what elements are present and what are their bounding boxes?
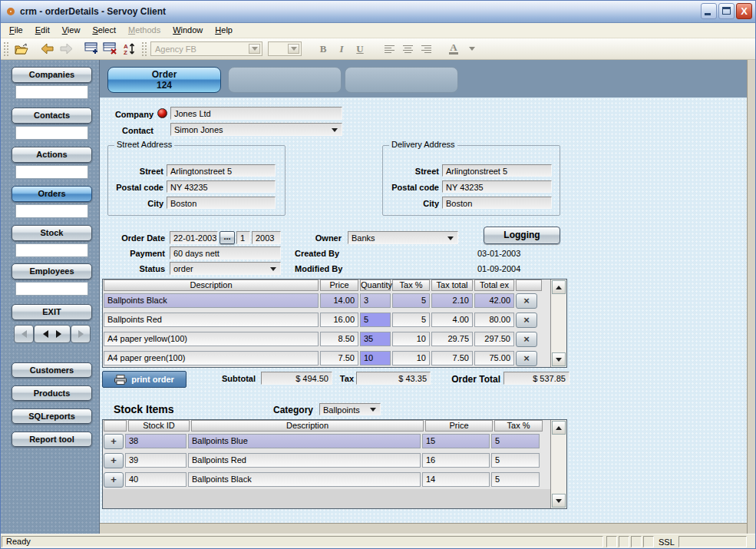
- add-stock-item-button[interactable]: +: [104, 453, 124, 468]
- sidebar-item-employees[interactable]: Employees: [12, 263, 92, 279]
- stock-description: Ballpoints Black: [188, 472, 421, 487]
- stock-row[interactable]: + 39 Ballpoints Red 16 5: [103, 451, 566, 470]
- sqlreports-button[interactable]: SQLreports: [12, 408, 92, 424]
- tab-blank-1[interactable]: [228, 67, 342, 93]
- col-total-ex[interactable]: Total ex: [474, 279, 514, 291]
- status-select[interactable]: order: [170, 262, 281, 275]
- city-label: City: [108, 199, 163, 208]
- week-field[interactable]: 1: [236, 231, 250, 244]
- maximize-button[interactable]: [718, 3, 735, 19]
- open-icon[interactable]: [12, 41, 31, 58]
- close-button[interactable]: X: [736, 3, 752, 19]
- item-description[interactable]: Ballpoints Red: [104, 313, 319, 327]
- customers-button[interactable]: Customers: [12, 362, 92, 378]
- contact-select[interactable]: Simon Jones: [170, 123, 342, 136]
- delivery-city-field[interactable]: Boston: [442, 197, 552, 209]
- add-record-icon[interactable]: [83, 41, 101, 58]
- year-field[interactable]: 2003: [252, 231, 281, 244]
- prev-next-record-button[interactable]: [34, 325, 71, 343]
- back-icon[interactable]: [38, 41, 57, 58]
- ssl-label: SSL: [659, 537, 675, 547]
- sidebar-item-actions[interactable]: Actions: [12, 147, 92, 163]
- order-item-row[interactable]: A4 paper green(100) 7.50 10 10 7.50 75.0…: [103, 349, 566, 368]
- item-quantity[interactable]: 10: [360, 351, 391, 365]
- delivery-postal-field[interactable]: NY 43235: [442, 180, 552, 193]
- postal-code-field[interactable]: NY 43235: [167, 180, 276, 193]
- order-item-row[interactable]: Ballpoints Red 16.00 5 5 4.00 80.00 ×: [103, 310, 566, 329]
- delete-item-button[interactable]: ×: [516, 293, 537, 309]
- stock-row[interactable]: + 40 Ballpoints Black 14 5: [103, 470, 566, 489]
- street-field[interactable]: Arlingtonstreet 5: [167, 164, 276, 177]
- date-picker-button[interactable]: ...: [220, 231, 235, 244]
- payment-field[interactable]: 60 days nett: [170, 246, 281, 260]
- sort-icon[interactable]: AZ: [120, 41, 138, 58]
- stock-row[interactable]: + 38 Ballpoints Blue 15 5: [103, 432, 566, 451]
- col-stock-tax[interactable]: Tax %: [494, 420, 543, 432]
- stock-tax: 5: [491, 434, 540, 448]
- menu-window[interactable]: Window: [167, 23, 209, 38]
- scroll-down-icon[interactable]: [552, 352, 566, 366]
- order-items-scrollbar[interactable]: [550, 279, 566, 367]
- city-field[interactable]: Boston: [167, 197, 276, 209]
- menu-file[interactable]: File: [3, 23, 29, 38]
- status-message: Ready: [2, 536, 603, 547]
- item-total-ex: 75.00: [474, 351, 514, 365]
- add-stock-item-button[interactable]: +: [104, 472, 124, 488]
- menu-help[interactable]: Help: [209, 23, 239, 38]
- item-price[interactable]: 14.00: [320, 293, 358, 308]
- company-lookup-icon[interactable]: [157, 108, 167, 118]
- menu-edit[interactable]: Edit: [29, 23, 56, 38]
- col-tax-pct[interactable]: Tax %: [392, 279, 430, 291]
- delete-item-button[interactable]: ×: [516, 351, 537, 366]
- stock-scrollbar[interactable]: [550, 420, 566, 508]
- col-stock-id[interactable]: Stock ID: [128, 420, 190, 432]
- sidebar-item-companies[interactable]: Companies: [12, 67, 92, 83]
- item-price[interactable]: 8.50: [320, 332, 358, 346]
- item-quantity[interactable]: 35: [360, 332, 391, 346]
- minimize-button[interactable]: [701, 3, 717, 19]
- scroll-down-icon[interactable]: [552, 494, 566, 508]
- col-stock-price[interactable]: Price: [425, 420, 493, 432]
- item-price[interactable]: 7.50: [320, 351, 358, 365]
- report-tool-button[interactable]: Report tool: [12, 432, 92, 447]
- item-quantity[interactable]: 3: [360, 293, 391, 308]
- col-description[interactable]: Description: [104, 279, 319, 291]
- order-item-row[interactable]: A4 paper yellow(100) 8.50 35 10 29.75 29…: [103, 329, 566, 349]
- company-label: Company: [106, 110, 154, 119]
- sidebar-item-stock[interactable]: Stock: [12, 225, 92, 241]
- delivery-city-label: City: [383, 199, 439, 208]
- delete-item-button[interactable]: ×: [516, 313, 537, 328]
- owner-select[interactable]: Banks: [348, 231, 458, 244]
- add-stock-item-button[interactable]: +: [104, 434, 124, 449]
- menu-select[interactable]: Select: [86, 23, 122, 38]
- scroll-up-icon[interactable]: [552, 280, 566, 294]
- delete-item-button[interactable]: ×: [516, 332, 537, 347]
- logging-button[interactable]: Logging: [484, 227, 560, 244]
- item-description[interactable]: A4 paper green(100): [104, 351, 319, 365]
- print-order-button[interactable]: print order: [102, 371, 187, 388]
- item-quantity[interactable]: 5: [360, 313, 391, 327]
- col-stock-desc[interactable]: Description: [191, 420, 424, 432]
- order-date-field[interactable]: 22-01-2003: [170, 231, 218, 244]
- item-price[interactable]: 16.00: [320, 313, 358, 327]
- category-select[interactable]: Ballpoints: [319, 403, 381, 415]
- col-tax-total[interactable]: Tax total: [431, 279, 473, 291]
- tab-order[interactable]: Order 124: [107, 67, 221, 93]
- delivery-street-field[interactable]: Arlingtonstreet 5: [442, 164, 552, 177]
- company-field[interactable]: Jones Ltd: [170, 107, 342, 120]
- col-price[interactable]: Price: [320, 279, 358, 291]
- item-description[interactable]: A4 paper yellow(100): [104, 332, 319, 346]
- menu-view[interactable]: View: [56, 23, 87, 38]
- delete-record-icon[interactable]: [101, 41, 120, 58]
- products-button[interactable]: Products: [12, 385, 92, 401]
- toolbar-grip[interactable]: [141, 41, 147, 57]
- sidebar-item-contacts[interactable]: Contacts: [12, 107, 92, 124]
- sidebar-item-orders[interactable]: Orders: [12, 186, 92, 202]
- tab-blank-2[interactable]: [345, 67, 458, 93]
- col-quantity[interactable]: Quantity: [360, 279, 391, 291]
- item-description[interactable]: Ballpoints Black: [104, 293, 319, 308]
- toolbar-grip[interactable]: [3, 41, 9, 57]
- order-item-row[interactable]: Ballpoints Black 14.00 3 5 2.10 42.00 ×: [103, 291, 566, 310]
- scroll-up-icon[interactable]: [552, 421, 566, 435]
- exit-button[interactable]: EXIT: [12, 304, 92, 320]
